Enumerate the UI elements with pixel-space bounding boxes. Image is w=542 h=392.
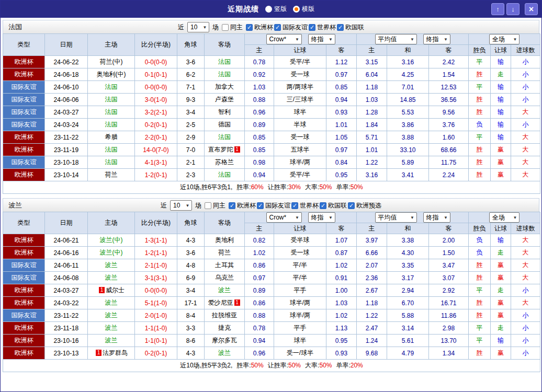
competition-checkbox[interactable]: 欧洲预选: [348, 201, 381, 210]
result-cell: 平: [469, 335, 491, 347]
competition-checkbox[interactable]: 国际友谊: [274, 23, 308, 32]
odds-handicap: 球半/两: [274, 156, 326, 169]
odds-away: 0.84: [326, 156, 357, 169]
match-date: 23-10-16: [45, 335, 88, 347]
match-row: 欧洲杯23-10-131法罗群岛0-2(0-1)4-3波兰0.96受一/球半0.…: [3, 347, 540, 360]
competition-checkbox[interactable]: 世界杯: [309, 23, 336, 32]
match-row: 欧洲杯23-10-14荷兰1-2(0-1)2-3法国0.94受平/半0.953.…: [3, 169, 540, 181]
team-label: 奥地利(中): [97, 71, 126, 78]
match-row: 国际友谊24-03-27法国3-2(2-1)3-4智利0.96球半0.931.2…: [3, 106, 540, 119]
col-odds-home: 主: [245, 45, 274, 56]
summary-stat-value: 30%: [288, 183, 301, 191]
team-label: 法罗群岛: [103, 349, 128, 356]
home-team: 法国: [88, 94, 135, 106]
match-scope-select[interactable]: 全场▼: [489, 212, 520, 223]
result-cell: 胜: [469, 297, 491, 309]
summary-stat-value: 20%: [351, 362, 363, 369]
avg-away: 3.07: [429, 272, 469, 284]
chevron-down-icon: ▼: [442, 37, 450, 42]
match-score: 2-2(0-1): [135, 131, 177, 144]
average-select[interactable]: 平均值▼: [375, 212, 417, 223]
radio-unselected-icon: [265, 6, 272, 13]
same-home-label: 同主: [213, 201, 225, 210]
competition-label: 欧洲预选: [356, 201, 381, 210]
col-home: 主场: [88, 34, 135, 56]
match-row: 国际友谊24-06-08波兰3-1(3-1)6-9乌克兰0.97平/半0.912…: [3, 272, 540, 284]
close-button[interactable]: ×: [525, 3, 538, 15]
competition-checkbox[interactable]: 欧国联: [337, 23, 364, 32]
odds-away: 0.85: [326, 81, 357, 94]
bookmaker-select[interactable]: Crow*▼: [266, 212, 302, 223]
home-team: 波兰: [88, 259, 135, 272]
home-team: 法国: [88, 144, 135, 156]
bookmaker-select[interactable]: Crow*▼: [266, 34, 302, 44]
summary-row-wrap: 近10场,胜6平3负1,胜率:60%让胜率:30%大率:50%单率:50%: [3, 181, 540, 194]
layout-option-vertical[interactable]: 竖版: [265, 5, 287, 14]
summary-stat-label: 让胜率:: [268, 183, 288, 191]
avg-away: 2.24: [429, 169, 469, 181]
match-scope-select[interactable]: 全场▼: [489, 34, 520, 44]
final-odds-select[interactable]: 终指▼: [308, 212, 335, 223]
match-type: 欧洲杯: [3, 247, 45, 259]
match-date: 24-06-18: [45, 68, 88, 81]
match-count-select[interactable]: 10▼: [170, 200, 192, 211]
home-team: 波兰: [88, 309, 135, 322]
avg-home: 1.84: [357, 119, 387, 131]
odds-away: 0.97: [326, 144, 357, 156]
home-team: 波兰: [88, 335, 135, 347]
team-label: 法国: [105, 96, 118, 103]
avg-away: 12.53: [429, 81, 469, 94]
odds-home: 1.03: [245, 81, 274, 94]
same-home-checkbox[interactable]: 同主: [205, 201, 225, 210]
home-team: 波兰: [88, 322, 135, 335]
odds-dropdowns-cell: Crow*▼ 终指▼: [245, 34, 357, 45]
avg-home: 2.47: [357, 322, 387, 335]
team-label: 法国: [218, 71, 231, 78]
same-home-checkbox[interactable]: 同主: [222, 23, 243, 32]
avg-away: 16.71: [429, 297, 469, 309]
match-type: 国际友谊: [3, 94, 45, 106]
avg-away: 11.86: [429, 309, 469, 322]
col-score: 比分(半场): [135, 212, 177, 234]
match-row: 欧洲杯23-11-22希腊2-2(0-1)2-9法国0.85受一球1.055.7…: [3, 131, 540, 144]
match-scope-value: 全场: [492, 35, 505, 44]
match-type: 欧洲杯: [3, 131, 45, 144]
competition-label: 欧洲杯: [254, 23, 273, 32]
final-odds-select-2[interactable]: 终指▼: [423, 34, 450, 44]
match-score: 0-1(0-1): [135, 68, 177, 81]
scroll-down-button[interactable]: ↓: [506, 3, 520, 15]
team-label: 加拿大: [215, 83, 234, 90]
avg-draw: 4.25: [387, 68, 429, 81]
handicap-result-cell: 赢: [491, 259, 511, 272]
away-team: 土耳其: [205, 259, 245, 272]
chevron-down-icon: ▼: [327, 215, 335, 220]
match-score: 4-1(3-1): [135, 156, 177, 169]
team-label: 波兰(中): [100, 249, 123, 256]
home-team: 波兰: [88, 272, 135, 284]
scroll-up-button[interactable]: ↑: [491, 3, 504, 15]
average-select[interactable]: 平均值▼: [375, 34, 417, 44]
odds-home: 0.82: [245, 234, 274, 247]
competition-checkbox[interactable]: 世界杯: [291, 201, 319, 210]
col-type: 类型: [3, 34, 45, 56]
odds-handicap: 平/半: [274, 259, 326, 272]
summary-stat-value: 50%: [351, 183, 363, 191]
avg-draw: 6.70: [387, 297, 429, 309]
competition-checkbox[interactable]: 欧国联: [320, 201, 347, 210]
match-date: 23-11-22: [45, 131, 88, 144]
away-team: 德国: [205, 119, 245, 131]
checkbox-checked-icon: [309, 24, 315, 31]
recent-label: 近: [178, 23, 184, 32]
corners: 7-1: [177, 81, 205, 94]
away-team: 荷兰: [205, 247, 245, 259]
match-count-select[interactable]: 10▼: [187, 22, 209, 32]
team-label: 威尔士: [106, 286, 125, 294]
competition-checkbox[interactable]: 欧洲杯: [229, 201, 256, 210]
competition-checkbox[interactable]: 欧洲杯: [246, 23, 273, 32]
goals-result-cell: 大: [511, 297, 540, 309]
competition-checkbox[interactable]: 国际友谊: [257, 201, 290, 210]
final-odds-select[interactable]: 终指▼: [308, 34, 335, 44]
final-odds-select-2[interactable]: 终指▼: [423, 212, 450, 223]
layout-option-horizontal[interactable]: 横版: [293, 5, 314, 14]
recent-label: 近: [161, 201, 167, 210]
